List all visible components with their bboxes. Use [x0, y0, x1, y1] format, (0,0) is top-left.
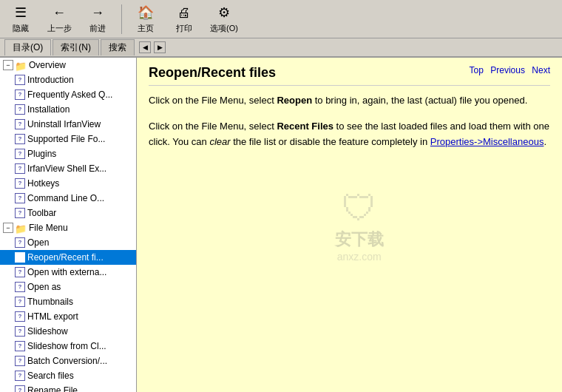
doc-icon: ? — [15, 75, 25, 85]
doc-icon: ? — [15, 371, 25, 381]
doc-icon: ? — [15, 178, 25, 189]
tree-item-thumbnails[interactable]: ? Thumbnails — [0, 294, 136, 309]
tree-group-file-menu[interactable]: − 📁 File Menu — [0, 220, 136, 235]
tree-item-introduction[interactable]: ? Introduction — [0, 72, 136, 87]
doc-icon: ? — [15, 208, 25, 218]
main-layout: − 📁 Overview ? Introduction ? Frequently… — [0, 58, 562, 392]
expand-overview[interactable]: − — [3, 60, 13, 70]
properties-link[interactable]: Properties->Miscellaneous — [430, 136, 544, 147]
home-icon: 🏠 — [137, 4, 155, 21]
options-icon: ⚙ — [215, 4, 233, 21]
tab-arrow-right[interactable]: ▶ — [154, 41, 166, 53]
toolbar-separator — [121, 4, 122, 34]
back-button[interactable]: ← 上一步 — [43, 1, 75, 36]
tree-item-reopen[interactable]: ? Reopen/Recent fi... — [0, 250, 136, 265]
tree-item-hotkeys[interactable]: ? Hotkeys — [0, 176, 136, 191]
watermark: 🛡 安下载 anxz.com — [335, 188, 384, 263]
tree-item-installation[interactable]: ? Installation — [0, 102, 136, 117]
tree-item-rename[interactable]: ? Rename File — [0, 383, 136, 392]
doc-icon: ? — [15, 297, 25, 307]
content-panel: Top Previous Next Reopen/Recent files Cl… — [137, 58, 562, 392]
options-button[interactable]: ⚙ 选项(O) — [206, 1, 242, 36]
doc-icon: ? — [15, 356, 25, 366]
doc-icon: ? — [15, 252, 25, 263]
home-button[interactable]: 🏠 主页 — [129, 1, 162, 36]
print-button[interactable]: 🖨 打印 — [168, 1, 200, 36]
tree-group-overview[interactable]: − 📁 Overview — [0, 58, 136, 72]
doc-icon: ? — [15, 163, 25, 174]
forward-icon: → — [89, 4, 106, 21]
paragraph-1: Click on the File Menu, select Reopen to… — [149, 93, 550, 109]
tree-item-slideshow[interactable]: ? Slideshow — [0, 324, 136, 339]
doc-icon: ? — [15, 134, 25, 144]
doc-icon: ? — [15, 237, 25, 248]
paragraph-2: Click on the File Menu, select Recent Fi… — [149, 119, 550, 150]
print-icon: 🖨 — [175, 4, 193, 21]
tree-item-slideshow-cl[interactable]: ? Slideshow from Cl... — [0, 339, 136, 354]
doc-icon: ? — [15, 89, 25, 100]
doc-icon: ? — [15, 119, 25, 129]
tree-item-shell[interactable]: ? IrfanView Shell Ex... — [0, 161, 136, 176]
tree-item-toolbar[interactable]: ? Toolbar — [0, 206, 136, 220]
doc-icon: ? — [15, 385, 25, 392]
tab-search[interactable]: 搜索 — [101, 39, 135, 55]
tree-item-open-as[interactable]: ? Open as — [0, 280, 136, 294]
hide-icon: ☰ — [12, 4, 30, 21]
doc-icon: ? — [15, 341, 25, 351]
tab-index[interactable]: 索引(N) — [53, 39, 99, 55]
tree-item-faq[interactable]: ? Frequently Asked Q... — [0, 87, 136, 102]
tree-item-plugins[interactable]: ? Plugins — [0, 146, 136, 161]
doc-icon: ? — [15, 282, 25, 292]
tab-arrow-left[interactable]: ◀ — [139, 41, 151, 53]
doc-icon: ? — [15, 267, 25, 277]
tree-item-html-export[interactable]: ? HTML export — [0, 309, 136, 324]
nav-next-link[interactable]: Next — [532, 65, 550, 75]
tree-item-search-files[interactable]: ? Search files — [0, 368, 136, 383]
nav-top-link[interactable]: Top — [470, 65, 484, 75]
doc-icon: ? — [15, 326, 25, 337]
doc-icon: ? — [15, 193, 25, 203]
tree-panel: − 📁 Overview ? Introduction ? Frequently… — [0, 58, 137, 392]
content-body: Click on the File Menu, select Reopen to… — [149, 93, 550, 149]
tree-item-batch[interactable]: ? Batch Conversion/... — [0, 354, 136, 368]
folder-icon: 📁 — [15, 223, 27, 233]
tree-item-open-external[interactable]: ? Open with externa... — [0, 265, 136, 280]
tree-item-uninstall[interactable]: ? Uninstall IrfanView — [0, 117, 136, 132]
doc-icon: ? — [15, 104, 25, 115]
doc-icon: ? — [15, 311, 25, 322]
folder-icon: 📁 — [15, 60, 27, 70]
forward-button[interactable]: → 前进 — [81, 1, 114, 36]
navtabs-bar: 目录(O) 索引(N) 搜索 ◀ ▶ — [0, 38, 562, 58]
nav-links: Top Previous Next — [465, 65, 550, 75]
tree-item-open[interactable]: ? Open — [0, 235, 136, 250]
tab-toc[interactable]: 目录(O) — [4, 39, 51, 55]
back-icon: ← — [50, 4, 68, 21]
doc-icon: ? — [15, 149, 25, 159]
nav-prev-link[interactable]: Previous — [490, 65, 525, 75]
tree-item-supported-formats[interactable]: ? Supported File Fo... — [0, 132, 136, 146]
tree-item-cmdline[interactable]: ? Command Line O... — [0, 191, 136, 206]
toolbar: ☰ 隐藏 ← 上一步 → 前进 🏠 主页 🖨 打印 ⚙ 选项(O) — [0, 0, 562, 38]
hide-button[interactable]: ☰ 隐藏 — [4, 1, 37, 36]
expand-file-menu[interactable]: − — [3, 223, 13, 233]
